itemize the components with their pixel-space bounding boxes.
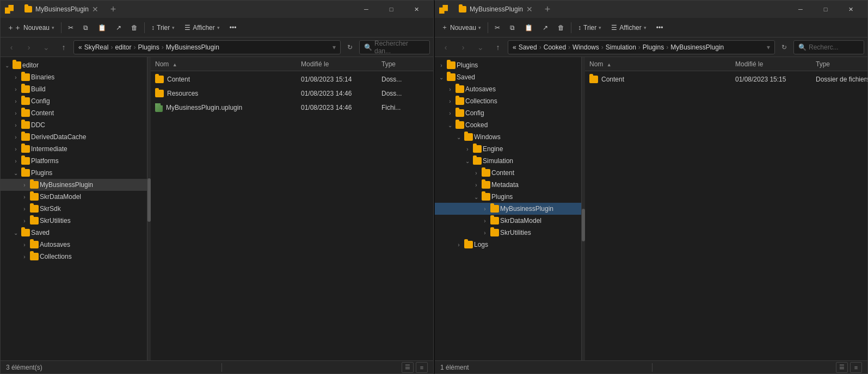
col-nom-1[interactable]: Nom ▲ <box>155 60 297 68</box>
close-btn-2[interactable]: ✕ <box>838 1 863 18</box>
expand-metadata2[interactable]: › <box>472 180 481 189</box>
maximize-btn-2[interactable]: □ <box>813 1 838 18</box>
address-box-1[interactable]: « SkyReal › editor › Plugins › MyBusines… <box>73 40 341 54</box>
expand-skrdatamodel[interactable]: › <box>20 192 29 201</box>
expand-skrutilities2[interactable]: › <box>481 228 489 237</box>
tree-item-plugins2-root[interactable]: › Plugins <box>435 59 581 71</box>
expand-editor[interactable]: ⌄ <box>3 61 11 70</box>
tree-item-build[interactable]: › Build <box>1 83 147 95</box>
expand-autosaves[interactable]: › <box>20 240 29 249</box>
tree-item-editor[interactable]: ⌄ editor <box>1 59 147 71</box>
expand-platforms[interactable]: › <box>11 157 20 165</box>
tree-item-binaries[interactable]: › Binaries <box>1 71 147 83</box>
nouveau-btn-1[interactable]: ＋ Nouveau ▾ <box>3 21 59 35</box>
nav-up-2[interactable]: ↑ <box>490 40 506 55</box>
tree-item-mybusinessplugin[interactable]: › MyBusinessPlugin <box>1 179 147 191</box>
expand-logs2[interactable]: › <box>454 240 463 249</box>
expand-skrsdk[interactable]: › <box>20 204 29 213</box>
sort-btn-1[interactable]: ↕ Trier ▾ <box>147 22 179 34</box>
tree-item-collections[interactable]: › Collections <box>1 251 147 263</box>
tree-item-mybusiness2[interactable]: › MyBusinessPlugin <box>435 203 581 215</box>
view-list-btn-1[interactable]: ☰ <box>402 362 414 373</box>
tree-item-saved2[interactable]: ⌄ Saved <box>435 71 581 83</box>
expand-collections2[interactable]: › <box>446 97 454 105</box>
tab-2-active[interactable]: MyBusinessPlugin ✕ <box>452 1 539 17</box>
expand-mybusinessplugin[interactable]: › <box>20 180 29 189</box>
minimize-btn-1[interactable]: ─ <box>354 1 379 18</box>
move-btn-1[interactable]: ↗ <box>112 22 126 34</box>
search-box-2[interactable]: 🔍 Recherc... <box>793 40 864 54</box>
sort-btn-2[interactable]: ↕ Trier ▾ <box>574 22 606 34</box>
expand-content[interactable]: › <box>11 109 20 117</box>
tree-item-plugins2-sim[interactable]: ⌄ Plugins <box>435 191 581 203</box>
expand-intermediate[interactable]: › <box>11 145 20 153</box>
tree-item-autosaves[interactable]: › Autosaves <box>1 239 147 251</box>
tree-item-config2[interactable]: › Config <box>435 107 581 119</box>
tree-item-platforms[interactable]: › Platforms <box>1 155 147 167</box>
file-row-content[interactable]: Content 01/08/2023 15:14 Doss... <box>151 72 433 86</box>
expand-plugins2-root[interactable]: › <box>437 61 446 70</box>
expand-mybusiness2[interactable]: › <box>481 204 489 213</box>
tree-item-simulation2[interactable]: ⌄ Simulation <box>435 155 581 167</box>
sidebar-scroll-2[interactable] <box>582 57 585 360</box>
col-type-2[interactable]: Type <box>816 60 867 68</box>
tab-1-close[interactable]: ✕ <box>92 5 99 14</box>
expand-engine2[interactable]: › <box>463 145 472 153</box>
paste-btn-2[interactable]: 📋 <box>520 22 537 34</box>
close-btn-1[interactable]: ✕ <box>404 1 429 18</box>
tab-2-close[interactable]: ✕ <box>526 5 533 14</box>
cut-btn-2[interactable]: ✂ <box>490 22 504 34</box>
delete-btn-1[interactable]: 🗑 <box>127 22 142 34</box>
tree-item-skrutilities[interactable]: › SkrUtilities <box>1 215 147 227</box>
tree-item-windows2[interactable]: ⌄ Windows <box>435 131 581 143</box>
search-box-1[interactable]: 🔍 Rechercher dan... <box>359 40 430 54</box>
expand-cooked2[interactable]: ⌄ <box>446 121 454 129</box>
expand-collections[interactable]: › <box>20 252 29 261</box>
tab-1-active[interactable]: MyBusinessPlugin ✕ <box>18 1 105 17</box>
copy-btn-2[interactable]: ⧉ <box>506 22 519 34</box>
expand-deriveddatacache[interactable]: › <box>11 133 20 141</box>
expand-simulation2[interactable]: ⌄ <box>463 157 472 165</box>
col-type-1[interactable]: Type <box>381 60 433 68</box>
address-box-2[interactable]: « Saved › Cooked › Windows › Simulation … <box>508 40 775 54</box>
tree-item-content2-sim[interactable]: › Content <box>435 167 581 179</box>
expand-config[interactable]: › <box>11 97 20 105</box>
tree-item-metadata2[interactable]: › Metadata <box>435 179 581 191</box>
sidebar-scroll-1[interactable] <box>147 57 151 360</box>
expand-ddc[interactable]: › <box>11 121 20 129</box>
tree-item-ddc[interactable]: › DDC <box>1 119 147 131</box>
nav-fwd-2[interactable]: › <box>455 40 471 55</box>
copy-btn-1[interactable]: ⧉ <box>79 22 93 34</box>
tree-item-skrdatamodel2[interactable]: › SkrDataModel <box>435 215 581 227</box>
tree-item-skrdatamodel[interactable]: › SkrDataModel <box>1 191 147 203</box>
cut-btn-1[interactable]: ✂ <box>64 22 78 34</box>
expand-config2[interactable]: › <box>446 109 454 117</box>
col-nom-2[interactable]: Nom ▲ <box>589 60 731 68</box>
expand-plugins[interactable]: ⌄ <box>11 169 20 177</box>
tree-item-intermediate[interactable]: › Intermediate <box>1 143 147 155</box>
nav-back-1[interactable]: ‹ <box>4 40 19 55</box>
nouveau-btn-2[interactable]: ＋ Nouveau ▾ <box>437 21 485 34</box>
nav-down-2[interactable]: ⌄ <box>473 40 488 55</box>
expand-build[interactable]: › <box>11 85 20 94</box>
view-list-btn-2[interactable]: ☰ <box>836 362 848 373</box>
nav-up-1[interactable]: ↑ <box>56 40 71 55</box>
move-btn-2[interactable]: ↗ <box>538 22 552 34</box>
expand-windows2[interactable]: ⌄ <box>454 133 463 141</box>
file-row-uplugin[interactable]: MyBusinessPlugin.uplugin 01/08/2023 14:4… <box>151 101 433 115</box>
paste-btn-1[interactable]: 📋 <box>94 22 110 34</box>
tab-add-1[interactable]: + <box>105 1 121 17</box>
delete-btn-2[interactable]: 🗑 <box>553 22 569 34</box>
more-btn-1[interactable]: ••• <box>225 22 241 34</box>
nav-down-1[interactable]: ⌄ <box>39 40 54 55</box>
expand-saved[interactable]: ⌄ <box>11 228 20 237</box>
expand-skrdatamodel2[interactable]: › <box>481 216 489 225</box>
expand-skrutilities[interactable]: › <box>20 216 29 225</box>
expand-saved2[interactable]: ⌄ <box>437 73 446 82</box>
expand-plugins2-sim[interactable]: ⌄ <box>472 192 481 201</box>
nav-back-2[interactable]: ‹ <box>438 40 453 55</box>
minimize-btn-2[interactable]: ─ <box>788 1 813 18</box>
tree-item-autosaves2[interactable]: › Autosaves <box>435 83 581 95</box>
more-btn-2[interactable]: ••• <box>652 22 668 34</box>
nav-fwd-1[interactable]: › <box>21 40 36 55</box>
